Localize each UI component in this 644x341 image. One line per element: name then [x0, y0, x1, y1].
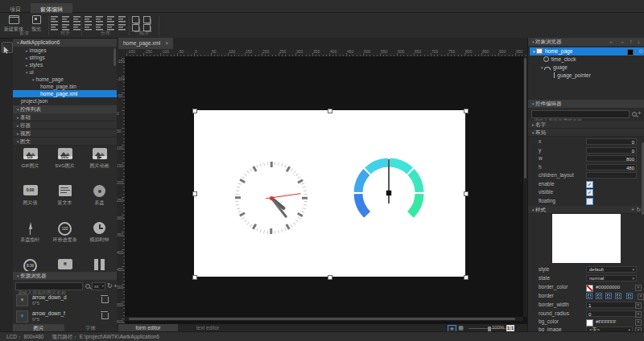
add-property-icon[interactable]: + [638, 109, 642, 117]
tree-item-styles[interactable]: ▸styles [13, 61, 130, 68]
select-tool-button[interactable] [2, 42, 13, 53]
tree-item-strings[interactable]: ▸strings [13, 54, 130, 61]
toolbar-icon[interactable] [73, 24, 80, 31]
style-header-icons[interactable]: + ↻ [631, 206, 641, 214]
trash-icon[interactable] [101, 297, 109, 303]
reset-icon[interactable]: × [638, 294, 644, 300]
widget-guage[interactable] [349, 153, 429, 233]
object-node-guage_pointer[interactable]: guage_pointer⊙ [530, 72, 644, 80]
scrollbar-thumb[interactable] [114, 48, 116, 66]
widget-text-widget-icon[interactable]: ≣ [47, 257, 82, 271]
v-scrollbar-thumb[interactable] [524, 58, 526, 179]
style-dropdown[interactable]: default▾ [586, 266, 637, 273]
round-radius-field[interactable]: 0 [586, 310, 637, 317]
selection-handle[interactable] [192, 275, 197, 280]
object-browser-arrows[interactable]: ← → ↑ ↓ [609, 38, 642, 46]
widget-list-widget-icon[interactable] [82, 257, 117, 271]
children_layout-field[interactable] [586, 172, 637, 179]
border-all-button[interactable] [626, 293, 633, 299]
property-editor-header[interactable]: ▾ 控件编辑器 [528, 100, 644, 108]
widget-gif-image-icon[interactable]: GIFGIF图片 [13, 146, 47, 183]
enable-checkbox[interactable]: ✓ [586, 181, 593, 188]
widget-analog-clock-icon[interactable]: 模拟时钟 [82, 220, 117, 257]
reset-icon[interactable]: × [635, 285, 642, 291]
widget-category-2[interactable]: ▸ 容器 [13, 121, 117, 129]
tab-fonts[interactable]: 字体 [64, 324, 117, 331]
toolbar-icon[interactable] [51, 24, 58, 31]
object-browser-header[interactable]: ▾ 对象浏览器 ← → ↑ ↓ [528, 38, 644, 46]
toolbar-icon[interactable] [118, 24, 126, 31]
border-left-button[interactable] [586, 293, 592, 299]
toolbar-icon[interactable] [118, 16, 126, 23]
grid-toggle-icon[interactable]: ▦ [457, 325, 464, 331]
h-field[interactable]: 480 [586, 164, 637, 170]
toolbar-icon[interactable] [73, 16, 80, 23]
visible-checkbox[interactable]: ✓ [586, 189, 593, 196]
border-top-button[interactable] [596, 293, 602, 299]
toolbar-icon[interactable] [96, 16, 103, 23]
toolbar-icon[interactable] [143, 16, 151, 23]
zoom-reset-button[interactable]: 1:1 [506, 325, 514, 331]
toolbar-icon[interactable] [132, 24, 139, 31]
widget-rich-text-icon[interactable]: 富文本 [47, 183, 82, 220]
eye-icon[interactable]: ⊙ [638, 47, 643, 55]
tree-item-project.json[interactable]: project.json [13, 97, 123, 105]
trash-icon[interactable] [101, 313, 109, 319]
toolbar-icon[interactable] [85, 16, 92, 23]
object-node-guage[interactable]: ▾ guage⊙ [530, 64, 644, 72]
object-node-time_clock[interactable]: time_clock⊙ [530, 55, 644, 64]
border-bottom-button[interactable] [615, 293, 621, 299]
widget-category-4[interactable]: ▾ 图文 [13, 138, 117, 146]
toolbar-icon[interactable] [107, 24, 114, 31]
resource-item-arrow_down_d[interactable]: ▾arrow_down_d6*5 [13, 293, 117, 308]
tree-item-images[interactable]: ▸images [13, 47, 130, 54]
tab-home-page-xml[interactable]: home_page.xml× [118, 38, 173, 49]
x-field[interactable]: 0 [586, 138, 637, 145]
toolbar-icon[interactable] [51, 16, 58, 23]
selection-handle[interactable] [192, 109, 197, 113]
toolbar-icon[interactable] [85, 24, 92, 31]
object-node-home_page[interactable]: ▾ home_page⊙ [530, 47, 644, 55]
selection-handle[interactable] [464, 191, 469, 196]
tab-images[interactable]: 图片 [13, 324, 64, 331]
property-search-box[interactable] [531, 110, 630, 118]
toolbar-icon[interactable] [62, 24, 69, 31]
border-width-field[interactable]: 1 [586, 302, 637, 308]
widget-circular-progress-icon[interactable]: 123环形进度条 [47, 220, 82, 257]
reset-icon[interactable]: × [635, 311, 642, 318]
state-dropdown[interactable]: normal▾ [586, 275, 637, 281]
project-tree-header[interactable]: ▾ AwtkApplication6 [13, 39, 117, 47]
selection-handle[interactable] [464, 275, 469, 280]
resource-search-box[interactable] [15, 282, 83, 290]
resource-item-arrow_down_f[interactable]: ▾arrow_down_f6*5 [13, 309, 117, 324]
reset-icon[interactable]: × [635, 319, 642, 326]
toolbar-icon[interactable] [143, 24, 151, 31]
search-icon[interactable] [632, 112, 637, 117]
resource-browser-header[interactable]: ▾ 资源浏览器 [13, 272, 117, 280]
widget-category-3[interactable]: ▸ 视图 [13, 129, 117, 138]
close-icon[interactable]: × [165, 40, 168, 46]
section-layout[interactable]: ▾ 布局 [528, 129, 644, 137]
selection-handle[interactable] [464, 109, 469, 113]
resource-filter-dropdown[interactable]: xx▾ [92, 282, 105, 290]
selection-handle[interactable] [328, 109, 332, 113]
toolbar-icon[interactable] [132, 16, 139, 23]
w-field[interactable]: 800 [586, 155, 637, 162]
zoom-slider-thumb[interactable] [488, 327, 491, 331]
reset-icon[interactable]: × [635, 302, 642, 309]
design-viewport[interactable] [125, 56, 527, 331]
border-right-button[interactable] [605, 293, 612, 299]
widget-image-animation-icon[interactable]: ▮▶图片动画 [82, 146, 117, 183]
toolbar-icon[interactable] [107, 16, 114, 23]
toolbar-icon[interactable] [96, 24, 103, 31]
search-icon[interactable] [85, 284, 90, 289]
selection-handle[interactable] [192, 191, 197, 196]
widget-category-1[interactable]: ▸ 基础 [13, 113, 117, 121]
refresh-icon[interactable]: ↻ [107, 282, 113, 290]
section-style[interactable]: ▾ 样式 + ↻ [528, 206, 644, 214]
y-field[interactable]: 0 [586, 147, 637, 154]
h-scrollbar-thumb[interactable] [129, 318, 515, 320]
border-color-swatch[interactable] [586, 285, 593, 292]
widget-image-value-icon[interactable]: 0.00图片值 [13, 183, 47, 220]
h-scrollbar-track[interactable] [125, 317, 523, 321]
